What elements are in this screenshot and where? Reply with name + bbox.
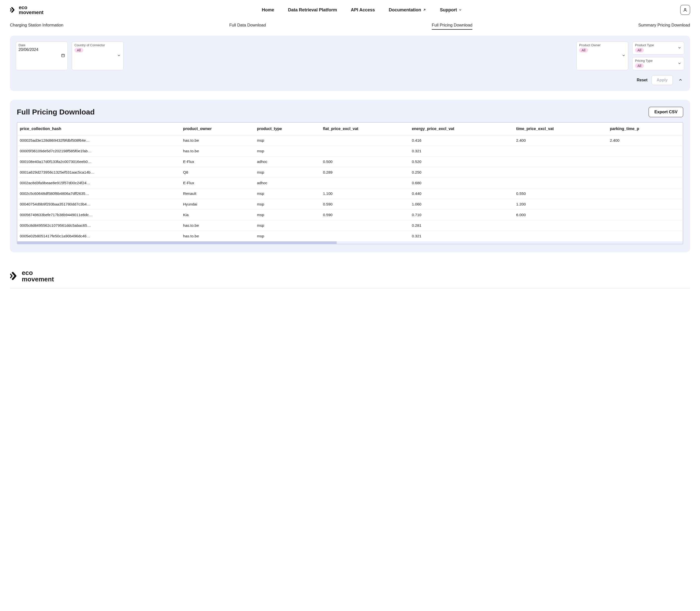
table-row[interactable]: 0001a629d273956c1325ef531aac5ca14b…Q8msp… — [17, 167, 683, 178]
table-cell: 00040754d9b9f293baa351780dd7c3b4… — [17, 199, 181, 210]
table-cell: 0.440 — [409, 189, 514, 199]
table-cell: E-Flux — [181, 157, 255, 167]
table-cell: 0.710 — [409, 210, 514, 220]
footer-logo[interactable]: eco movement — [10, 269, 690, 282]
brand-line2: movement — [22, 276, 54, 282]
chevron-down-icon — [117, 54, 121, 58]
table-cell — [607, 199, 683, 210]
table-cell: 0.500 — [321, 157, 409, 167]
table-cell: msp — [254, 189, 320, 199]
svg-point-0 — [684, 9, 686, 10]
table-cell: 0005c8d8495562c1079561ddc5abac65… — [17, 220, 181, 231]
chevron-down-icon — [458, 8, 462, 12]
table-cell: msp — [254, 167, 320, 178]
table-cell: 2.400 — [607, 135, 683, 146]
nav-home[interactable]: Home — [262, 8, 274, 13]
chevron-up-icon — [678, 78, 683, 82]
footer: eco movement — [0, 262, 700, 298]
date-filter-label: Date — [18, 43, 65, 47]
product-type-filter-value: All — [635, 48, 644, 53]
table-cell: 1.200 — [514, 199, 607, 210]
table-cell: Q8 — [181, 167, 255, 178]
export-csv-button[interactable]: Export CSV — [649, 107, 683, 117]
column-header[interactable]: price_collection_hash — [17, 123, 181, 135]
pricing-type-filter-label: Pricing Type — [635, 59, 682, 62]
tab-full-pricing-download[interactable]: Full Pricing Download — [432, 23, 472, 30]
table-row[interactable]: 00056749633befe717b38b9449011e8dc…Kiamsp… — [17, 210, 683, 220]
table-cell: 0.281 — [409, 220, 514, 231]
table-cell — [607, 157, 683, 167]
country-filter[interactable]: Country of Connector All — [72, 42, 124, 70]
table-cell — [321, 135, 409, 146]
column-header[interactable]: product_type — [254, 123, 320, 135]
table-cell — [514, 220, 607, 231]
column-header[interactable]: parking_time_p — [607, 123, 683, 135]
column-header[interactable]: energy_price_excl_vat — [409, 123, 514, 135]
data-panel: Full Pricing Download Export CSV price_c… — [10, 100, 690, 252]
product-owner-filter[interactable]: Product Owner All — [576, 42, 628, 70]
table-cell: msp — [254, 231, 320, 242]
table-cell: 000108e40a17d0f133fa2c0073016eeb0… — [17, 157, 181, 167]
table-cell — [607, 167, 683, 178]
table-row[interactable]: 000108e40a17d0f133fa2c0073016eeb0…E-Flux… — [17, 157, 683, 167]
nav-data-retrieval[interactable]: Data Retrieval Platform — [288, 8, 337, 13]
table-cell: 0.289 — [321, 167, 409, 178]
table-cell: msp — [254, 135, 320, 146]
nav-documentation[interactable]: Documentation — [389, 8, 426, 13]
tab-charging-station-info[interactable]: Charging Station Information — [10, 23, 63, 30]
nav-api-access[interactable]: API Access — [351, 8, 375, 13]
reset-button[interactable]: Reset — [637, 78, 648, 82]
table-row[interactable]: 0005c8d8495562c1079561ddc5abac65…has.to.… — [17, 220, 683, 231]
brand-mark-icon — [10, 272, 20, 280]
table-cell: Renault — [181, 189, 255, 199]
calendar-icon — [61, 54, 65, 58]
table-cell — [514, 178, 607, 189]
table-cell: 2.400 — [514, 135, 607, 146]
table-cell: adhoc — [254, 157, 320, 167]
nav-support[interactable]: Support — [440, 8, 462, 13]
brand-line1: eco — [22, 269, 54, 276]
apply-button[interactable]: Apply — [652, 75, 673, 85]
table-row[interactable]: 00005f36109de5d7c202198f585f0e1fab…has.t… — [17, 146, 683, 157]
account-button[interactable] — [680, 5, 690, 15]
pricing-type-filter[interactable]: Pricing Type All — [632, 57, 684, 70]
product-type-filter[interactable]: Product Type All — [632, 42, 684, 55]
horizontal-scrollbar[interactable] — [17, 241, 683, 244]
brand-text: eco movement — [19, 5, 44, 15]
brand-line1: eco — [19, 5, 44, 10]
table-cell — [514, 157, 607, 167]
table-cell: msp — [254, 210, 320, 220]
table-cell — [321, 178, 409, 189]
table-cell: adhoc — [254, 178, 320, 189]
table-cell: 0.590 — [321, 210, 409, 220]
chevron-down-icon — [622, 54, 626, 58]
table-row[interactable]: 0002ac8d3fa9beae8e915f57d00c24f24…E-Flux… — [17, 178, 683, 189]
tab-full-data-download[interactable]: Full Data Download — [229, 23, 266, 30]
table-cell: 0002ac8d3fa9beae8e915f57d00c24f24… — [17, 178, 181, 189]
table-cell: 0.550 — [514, 189, 607, 199]
tab-summary-pricing-download[interactable]: Summary Pricing Download — [638, 23, 690, 30]
table-cell: 0.321 — [409, 231, 514, 242]
brand-logo[interactable]: eco movement — [10, 5, 44, 15]
table-row[interactable]: 000025ad3e128d869432f9fdbf508f64e…has.to… — [17, 135, 683, 146]
product-type-filter-label: Product Type — [635, 43, 682, 47]
data-table-wrap[interactable]: price_collection_hashproduct_ownerproduc… — [17, 122, 683, 244]
table-cell: 0.250 — [409, 167, 514, 178]
column-header[interactable]: flat_price_excl_vat — [321, 123, 409, 135]
footer-brand-text: eco movement — [22, 269, 54, 282]
table-cell — [607, 146, 683, 157]
date-filter-value: 20/06/2024 — [18, 47, 65, 52]
table-row[interactable]: 0002c5c60648df580f8b4806a7dff2635…Renaul… — [17, 189, 683, 199]
collapse-filters-button[interactable] — [677, 76, 684, 84]
table-row[interactable]: 00040754d9b9f293baa351780dd7c3b4…Hyundai… — [17, 199, 683, 210]
table-cell — [321, 146, 409, 157]
column-header[interactable]: time_price_excl_vat — [514, 123, 607, 135]
table-cell: 1.060 — [409, 199, 514, 210]
column-header[interactable]: product_owner — [181, 123, 255, 135]
svg-rect-1 — [62, 54, 64, 57]
nav-documentation-label: Documentation — [389, 8, 421, 13]
table-row[interactable]: 0005e02b8051417fe50c1a90b496dc46…has.to.… — [17, 231, 683, 242]
main-nav: Home Data Retrieval Platform API Access … — [54, 8, 670, 13]
date-filter[interactable]: Date 20/06/2024 — [16, 42, 68, 70]
table-cell: 0001a629d273956c1325ef531aac5ca14b… — [17, 167, 181, 178]
